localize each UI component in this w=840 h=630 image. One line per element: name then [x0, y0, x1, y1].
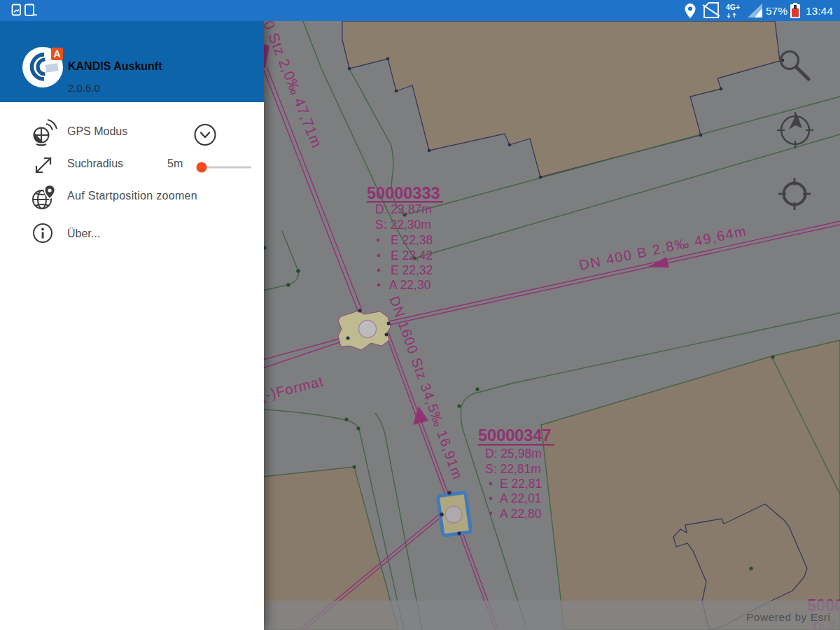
svg-text:KANDIS Auskunft: KANDIS Auskunft	[68, 60, 162, 72]
svg-text:4G+: 4G+	[726, 3, 740, 11]
svg-text:A: A	[53, 48, 60, 59]
svg-text:2.0.6.0: 2.0.6.0	[68, 82, 100, 94]
svg-text:57%: 57%	[766, 5, 788, 17]
svg-text:13:44: 13:44	[806, 5, 833, 17]
